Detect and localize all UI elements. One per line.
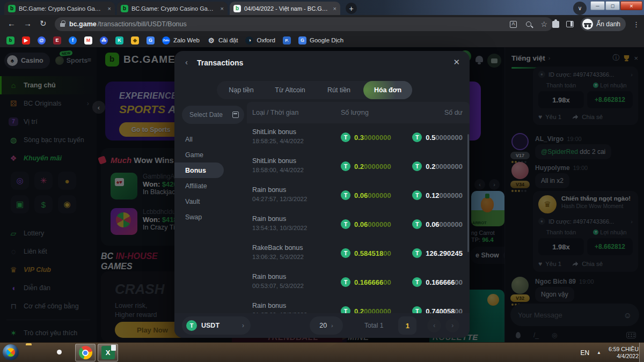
screen: b BC.Game: Crypto Casino Games × b BC.Ga… <box>0 0 644 362</box>
taskbar-chrome[interactable] <box>75 344 96 361</box>
scrollbar[interactable] <box>467 134 469 252</box>
currency-selector[interactable]: T USDT › <box>182 316 251 335</box>
clock[interactable]: 6:59 CHIỀU4/4/2022 <box>609 346 639 360</box>
zoom-icon[interactable] <box>526 21 531 27</box>
bookmark-oxford[interactable]: ◑Oxford <box>245 36 275 45</box>
google-translate-icon: G <box>298 36 306 45</box>
bookmark-youtube[interactable]: ▶ <box>22 36 30 45</box>
usdt-coin-icon: T <box>412 277 422 287</box>
minimize-button[interactable]: ─ <box>590 1 605 10</box>
filter-swap[interactable]: Swap <box>174 209 247 225</box>
filter-vault[interactable]: Vault <box>174 194 247 209</box>
tab-list-chevron-icon[interactable]: ∨ <box>573 2 587 15</box>
tab-close-icon[interactable]: × <box>108 5 111 12</box>
browser-menu-icon[interactable]: ⋮ <box>633 20 640 28</box>
usdt-coin-icon: T <box>412 248 422 258</box>
bookmark-p[interactable]: P. <box>283 36 291 45</box>
incognito-label: Ẩn danh <box>596 20 620 28</box>
bookmark-at[interactable]: @ <box>38 36 46 45</box>
modal-title: Transactions <box>197 58 243 67</box>
col-balance: Số dư <box>444 109 463 116</box>
close-window-button[interactable]: × <box>620 1 642 10</box>
browser-tab-3[interactable]: b 04/04/2022 - Việt nam - BC.Gam × <box>230 2 340 15</box>
language-indicator[interactable]: EN <box>580 349 589 357</box>
prev-page-icon[interactable]: ‹ <box>427 319 441 333</box>
bill-filters: All Game Bonus Affiliate Vault Swap <box>174 131 247 225</box>
bookmarks-bar: b ▶ @ E f M ⁂ K ◆ G ZaloZalo Web ⚙Cài đặ… <box>0 33 644 47</box>
current-page[interactable]: 1 <box>398 316 416 335</box>
youtube-icon: ▶ <box>22 36 30 45</box>
forward-icon[interactable]: → <box>24 19 32 28</box>
usdt-coin-icon: T <box>412 132 422 142</box>
chevron-right-icon: › <box>331 322 333 329</box>
back-icon[interactable]: ‹ <box>185 57 188 67</box>
select-date-dropdown[interactable]: Select Date <box>182 106 244 124</box>
lock-icon <box>60 23 65 27</box>
start-button[interactable] <box>3 344 19 360</box>
tray-expand-icon[interactable]: ▲ <box>597 350 601 355</box>
filter-all[interactable]: All <box>174 131 247 147</box>
close-icon[interactable]: ✕ <box>453 57 460 67</box>
kucoin-icon: K <box>115 36 123 45</box>
tab-close-icon[interactable]: × <box>333 5 336 12</box>
gear-icon: ⚙ <box>207 36 215 45</box>
usdt-coin-icon: T <box>412 161 422 171</box>
bookmark-kucoin[interactable]: K <box>115 36 123 45</box>
bookmark-e[interactable]: E <box>53 36 61 45</box>
translate-icon[interactable] <box>510 21 517 28</box>
chrome-icon <box>79 346 92 359</box>
tab-deposit[interactable]: Nạp tiền <box>217 81 266 99</box>
address-bar[interactable]: bc.game /transactions/bill/USDT/Bonus ☆ <box>55 17 553 31</box>
transactions-modal: ‹ Transactions ✕ Nạp tiền Từ Altcoin Rút… <box>174 51 470 338</box>
extensions-icon[interactable] <box>552 21 559 28</box>
side-panel-icon[interactable] <box>566 21 574 27</box>
show-desktop-button[interactable] <box>639 343 644 362</box>
back-icon[interactable]: ← <box>8 19 16 28</box>
usdt-coin-icon: T <box>341 219 350 229</box>
page-size-selector[interactable]: 20 › <box>310 316 343 335</box>
tab-from-altcoin[interactable]: Từ Altcoin <box>266 81 314 99</box>
table-row: Rain bonus04:27:57, 12/3/2022 T0.0600000… <box>247 181 470 210</box>
incognito-icon <box>582 19 593 29</box>
new-tab-button[interactable]: + <box>346 3 357 14</box>
translate-icon: G <box>147 36 155 45</box>
page-size-value: 20 <box>319 322 327 329</box>
usdt-coin-icon: T <box>186 320 197 331</box>
url-path: /transactions/bill/USDT/Bonus <box>98 20 187 28</box>
bookmark-gmail[interactable]: M <box>84 36 92 45</box>
bookmark-star-icon[interactable]: ☆ <box>540 20 547 28</box>
filter-affiliate[interactable]: Affiliate <box>174 178 247 194</box>
gmail-icon: M <box>84 36 92 45</box>
maximize-button[interactable]: ◻ <box>605 1 620 10</box>
bookmark-settings[interactable]: ⚙Cài đặt <box>207 36 238 45</box>
filter-game[interactable]: Game <box>174 147 247 162</box>
browser-tab-1[interactable]: b BC.Game: Crypto Casino Games × <box>4 2 115 15</box>
usdt-coin-icon: T <box>412 219 422 229</box>
bookmark-label: Zalo Web <box>173 37 200 43</box>
bookmark-google-translate[interactable]: GGoogle Dịch <box>298 36 343 45</box>
tab-close-icon[interactable]: × <box>221 5 224 12</box>
binance-icon: ◆ <box>131 36 139 45</box>
bookmark-translate[interactable]: G <box>147 36 155 45</box>
windows-logo-icon <box>6 348 15 357</box>
incognito-badge[interactable]: Ẩn danh <box>581 17 626 31</box>
bcgame-favicon-icon: b <box>233 5 241 12</box>
filter-bonus[interactable]: Bonus <box>174 162 224 178</box>
tab-withdraw[interactable]: Rút tiền <box>314 81 363 99</box>
taskbar-excel[interactable]: X <box>98 344 118 361</box>
bookmark-bcgame[interactable]: b <box>6 36 14 45</box>
date-placeholder: Select Date <box>189 111 223 119</box>
next-page-icon[interactable]: › <box>445 319 459 333</box>
bookmark-facebook[interactable]: f <box>69 36 77 45</box>
e-icon: E <box>53 36 61 45</box>
tab-bill[interactable]: Hóa đơn <box>363 81 412 99</box>
bookmark-share[interactable]: ⁂ <box>100 36 108 45</box>
bookmark-label: Oxford <box>257 37 275 43</box>
browser-tab-2[interactable]: b BC.Game: Crypto Casino Games × <box>117 2 228 15</box>
reload-icon[interactable]: ↻ <box>40 19 47 28</box>
url-domain: bc.game <box>69 20 97 28</box>
bookmark-binance[interactable]: ◆ <box>131 36 139 45</box>
bookmark-zalo[interactable]: ZaloZalo Web <box>162 36 200 45</box>
window-controls: ─ ◻ × <box>590 1 642 10</box>
facebook-icon: f <box>69 36 77 45</box>
